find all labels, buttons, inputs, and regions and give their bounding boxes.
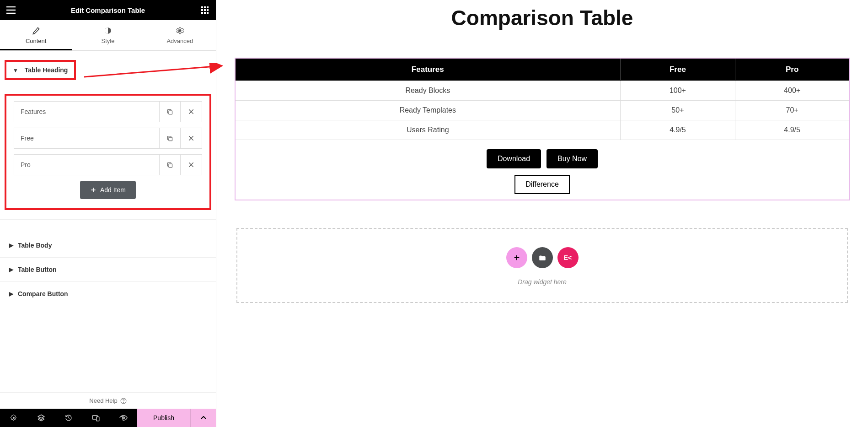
difference-button[interactable]: Difference <box>514 175 570 194</box>
table-header: Features <box>236 59 620 81</box>
drop-zone-icons: E< <box>237 247 847 268</box>
template-library-button[interactable] <box>532 247 553 268</box>
caret-right-icon: ▶ <box>9 242 13 249</box>
svg-point-15 <box>123 402 123 402</box>
table-row: Ready Blocks 100+ 400+ <box>236 81 849 101</box>
need-help-label: Need Help <box>89 397 117 404</box>
accordion-button-label: Table Button <box>18 266 57 273</box>
comparison-table: Features Free Pro Ready Blocks 100+ 400+… <box>236 59 849 140</box>
table-cell: 100+ <box>620 81 735 101</box>
heading-item-label: Features <box>14 102 160 122</box>
svg-rect-4 <box>204 9 206 11</box>
svg-rect-11 <box>169 111 172 114</box>
drop-zone-label: Drag widget here <box>237 278 847 286</box>
accordion-body-label: Table Body <box>18 242 52 249</box>
responsive-icon[interactable] <box>82 409 110 427</box>
duplicate-icon[interactable] <box>160 155 181 175</box>
caret-right-icon: ▶ <box>9 266 13 273</box>
table-row: Ready Templates 50+ 70+ <box>236 101 849 120</box>
publish-button[interactable]: Publish <box>137 409 190 427</box>
layers-icon[interactable] <box>27 409 55 427</box>
sidebar-header: Edit Comparison Table <box>0 0 216 20</box>
heading-item-label: Pro <box>14 155 160 175</box>
table-cell: Ready Blocks <box>236 81 620 101</box>
table-cell: 50+ <box>620 101 735 120</box>
comparison-table-widget[interactable]: Features Free Pro Ready Blocks 100+ 400+… <box>235 58 850 200</box>
accordion-table-heading[interactable]: ▼ Table Heading <box>5 60 76 80</box>
preview-area: Comparison Table Features Free Pro Ready… <box>216 0 868 427</box>
accordion-table-button[interactable]: ▶ Table Button <box>0 258 216 281</box>
add-item-button[interactable]: Add Item <box>80 181 136 199</box>
table-cell: 400+ <box>735 81 849 101</box>
close-icon[interactable] <box>181 102 202 122</box>
svg-rect-8 <box>207 12 209 14</box>
svg-point-16 <box>13 417 15 419</box>
accordion-compare-label: Compare Button <box>18 290 68 297</box>
download-button[interactable]: Download <box>487 149 541 168</box>
publish-area: Publish <box>137 409 216 427</box>
need-help-link[interactable]: Need Help <box>0 392 216 409</box>
close-icon[interactable] <box>181 155 202 175</box>
preview-title: Comparison Table <box>235 5 850 30</box>
publish-label: Publish <box>153 414 174 422</box>
tab-style-label: Style <box>102 38 115 44</box>
settings-icon[interactable] <box>0 409 27 427</box>
caret-down-icon: ▼ <box>13 67 18 74</box>
table-header: Free <box>620 59 735 81</box>
drop-zone[interactable]: E< Drag widget here <box>236 228 848 303</box>
svg-rect-6 <box>201 12 203 14</box>
svg-point-10 <box>179 30 181 32</box>
duplicate-icon[interactable] <box>160 128 181 148</box>
publish-options-button[interactable] <box>190 409 216 427</box>
table-header: Pro <box>735 59 849 81</box>
button-row: Download Buy Now <box>236 149 849 168</box>
svg-rect-13 <box>169 164 172 168</box>
caret-right-icon: ▶ <box>9 291 13 297</box>
svg-rect-2 <box>207 6 209 8</box>
svg-rect-7 <box>204 12 206 14</box>
svg-rect-1 <box>204 6 206 8</box>
table-cell: 4.9/5 <box>620 120 735 140</box>
close-icon[interactable] <box>181 128 202 148</box>
table-cell: 4.9/5 <box>735 120 849 140</box>
duplicate-icon[interactable] <box>160 102 181 122</box>
svg-rect-3 <box>201 9 203 11</box>
heading-item[interactable]: Features <box>14 101 202 122</box>
panel-body: ▼ Table Heading Features <box>0 51 216 392</box>
tab-advanced[interactable]: Advanced <box>144 20 216 50</box>
accordion-heading-label: Table Heading <box>25 66 68 74</box>
preview-icon[interactable] <box>110 409 137 427</box>
hamburger-icon[interactable] <box>5 5 16 16</box>
footer-bar: Publish <box>0 409 216 427</box>
tab-content-label: Content <box>26 38 47 44</box>
accordion-table-body[interactable]: ▶ Table Body <box>0 233 216 257</box>
add-section-button[interactable] <box>506 247 527 268</box>
table-cell: 70+ <box>735 101 849 120</box>
svg-rect-5 <box>207 9 209 11</box>
table-row: Users Rating 4.9/5 4.9/5 <box>236 120 849 140</box>
sidebar-title: Edit Comparison Table <box>16 6 199 14</box>
accordion-compare-button[interactable]: ▶ Compare Button <box>0 282 216 306</box>
heading-item[interactable]: Pro <box>14 154 202 175</box>
tab-style[interactable]: Style <box>72 20 144 50</box>
buy-now-button[interactable]: Buy Now <box>547 149 598 168</box>
heading-item-label: Free <box>14 128 160 148</box>
svg-rect-12 <box>169 137 172 141</box>
editor-tabs: Content Style Advanced <box>0 20 216 51</box>
add-item-label: Add Item <box>100 186 126 194</box>
svg-rect-18 <box>96 417 99 421</box>
tab-advanced-label: Advanced <box>166 38 193 44</box>
heading-items-box: Features Free <box>5 94 211 210</box>
table-cell: Users Rating <box>236 120 620 140</box>
elementskit-button[interactable]: E< <box>557 247 579 268</box>
tab-content[interactable]: Content <box>0 20 72 50</box>
grid-icon[interactable] <box>199 5 210 16</box>
history-icon[interactable] <box>55 409 82 427</box>
table-cell: Ready Templates <box>236 101 620 120</box>
editor-sidebar: Edit Comparison Table Content Style Adva… <box>0 0 216 427</box>
svg-rect-0 <box>201 6 203 8</box>
heading-item[interactable]: Free <box>14 128 202 149</box>
